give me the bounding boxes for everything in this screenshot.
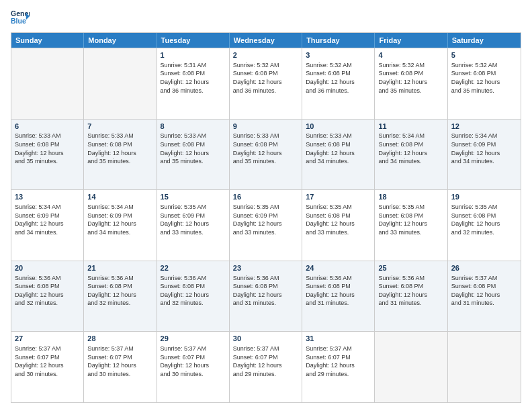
day-number: 13: [15, 192, 80, 202]
cell-info: Sunrise: 5:37 AM Sunset: 6:07 PM Dayligh…: [233, 345, 298, 378]
calendar-cell: 13Sunrise: 5:34 AM Sunset: 6:09 PM Dayli…: [11, 190, 84, 261]
cell-info: Sunrise: 5:37 AM Sunset: 6:07 PM Dayligh…: [15, 345, 80, 378]
cell-info: Sunrise: 5:33 AM Sunset: 6:08 PM Dayligh…: [233, 132, 298, 165]
calendar-cell: 21Sunrise: 5:36 AM Sunset: 6:08 PM Dayli…: [84, 261, 157, 332]
cell-info: Sunrise: 5:34 AM Sunset: 6:09 PM Dayligh…: [87, 203, 152, 236]
calendar-cell: 22Sunrise: 5:36 AM Sunset: 6:08 PM Dayli…: [157, 261, 230, 332]
cell-info: Sunrise: 5:37 AM Sunset: 6:07 PM Dayligh…: [306, 345, 371, 378]
day-number: 9: [233, 122, 298, 132]
calendar-cell: [84, 48, 157, 119]
calendar-cell: 31Sunrise: 5:37 AM Sunset: 6:07 PM Dayli…: [302, 332, 375, 402]
calendar-cell: 11Sunrise: 5:34 AM Sunset: 6:08 PM Dayli…: [375, 120, 447, 190]
cell-info: Sunrise: 5:36 AM Sunset: 6:08 PM Dayligh…: [233, 274, 298, 308]
day-number: 12: [451, 122, 517, 132]
svg-text:Blue: Blue: [11, 17, 26, 25]
calendar-cell: 9Sunrise: 5:33 AM Sunset: 6:08 PM Daylig…: [230, 120, 302, 190]
day-number: 11: [378, 122, 443, 132]
cell-info: Sunrise: 5:35 AM Sunset: 6:08 PM Dayligh…: [306, 203, 371, 236]
calendar-cell: 14Sunrise: 5:34 AM Sunset: 6:09 PM Dayli…: [84, 190, 157, 261]
cell-info: Sunrise: 5:32 AM Sunset: 6:08 PM Dayligh…: [233, 61, 298, 95]
day-number: 17: [306, 192, 371, 202]
calendar-cell: 30Sunrise: 5:37 AM Sunset: 6:07 PM Dayli…: [230, 332, 302, 402]
calendar-cell: 19Sunrise: 5:35 AM Sunset: 6:08 PM Dayli…: [448, 190, 521, 261]
calendar-cell: 12Sunrise: 5:34 AM Sunset: 6:09 PM Dayli…: [448, 120, 521, 190]
logo: General Blue: [11, 8, 30, 27]
calendar-cell: 26Sunrise: 5:37 AM Sunset: 6:08 PM Dayli…: [448, 261, 521, 332]
weekday-header: Wednesday: [230, 33, 302, 48]
calendar-cell: 27Sunrise: 5:37 AM Sunset: 6:07 PM Dayli…: [11, 332, 84, 402]
calendar-body: 1Sunrise: 5:31 AM Sunset: 6:08 PM Daylig…: [11, 48, 521, 402]
cell-info: Sunrise: 5:35 AM Sunset: 6:08 PM Dayligh…: [378, 203, 443, 236]
cell-info: Sunrise: 5:33 AM Sunset: 6:08 PM Dayligh…: [87, 132, 152, 165]
calendar-cell: [375, 332, 447, 402]
day-number: 3: [306, 50, 371, 60]
calendar-cell: 6Sunrise: 5:33 AM Sunset: 6:08 PM Daylig…: [11, 120, 84, 190]
day-number: 6: [15, 122, 80, 132]
cell-info: Sunrise: 5:35 AM Sunset: 6:08 PM Dayligh…: [451, 203, 517, 236]
day-number: 8: [161, 122, 226, 132]
day-number: 23: [233, 263, 298, 273]
cell-info: Sunrise: 5:37 AM Sunset: 6:08 PM Dayligh…: [451, 274, 517, 308]
calendar-row: 6Sunrise: 5:33 AM Sunset: 6:08 PM Daylig…: [11, 119, 521, 190]
day-number: 10: [306, 122, 371, 132]
day-number: 1: [161, 50, 226, 60]
day-number: 5: [451, 50, 517, 60]
cell-info: Sunrise: 5:33 AM Sunset: 6:08 PM Dayligh…: [306, 132, 371, 165]
day-number: 27: [15, 334, 80, 344]
day-number: 2: [233, 50, 298, 60]
calendar-cell: 18Sunrise: 5:35 AM Sunset: 6:08 PM Dayli…: [375, 190, 447, 261]
calendar-cell: 8Sunrise: 5:33 AM Sunset: 6:08 PM Daylig…: [157, 120, 230, 190]
calendar-row: 13Sunrise: 5:34 AM Sunset: 6:09 PM Dayli…: [11, 189, 521, 261]
cell-info: Sunrise: 5:34 AM Sunset: 6:09 PM Dayligh…: [15, 203, 80, 236]
calendar-cell: 5Sunrise: 5:32 AM Sunset: 6:08 PM Daylig…: [448, 48, 521, 119]
weekday-header: Friday: [375, 33, 447, 48]
cell-info: Sunrise: 5:32 AM Sunset: 6:08 PM Dayligh…: [451, 61, 517, 95]
cell-info: Sunrise: 5:34 AM Sunset: 6:08 PM Dayligh…: [378, 132, 443, 165]
calendar-cell: 24Sunrise: 5:36 AM Sunset: 6:08 PM Dayli…: [302, 261, 375, 332]
day-number: 19: [451, 192, 517, 202]
calendar-cell: [11, 48, 84, 119]
cell-info: Sunrise: 5:33 AM Sunset: 6:08 PM Dayligh…: [15, 132, 80, 165]
header: General Blue: [11, 8, 521, 27]
calendar-cell: 23Sunrise: 5:36 AM Sunset: 6:08 PM Dayli…: [230, 261, 302, 332]
day-number: 7: [87, 122, 152, 132]
day-number: 15: [161, 192, 226, 202]
weekday-header: Thursday: [302, 33, 375, 48]
cell-info: Sunrise: 5:32 AM Sunset: 6:08 PM Dayligh…: [306, 61, 371, 95]
calendar-cell: 16Sunrise: 5:35 AM Sunset: 6:09 PM Dayli…: [230, 190, 302, 261]
cell-info: Sunrise: 5:36 AM Sunset: 6:08 PM Dayligh…: [15, 274, 80, 308]
weekday-header: Saturday: [448, 33, 521, 48]
calendar-cell: 20Sunrise: 5:36 AM Sunset: 6:08 PM Dayli…: [11, 261, 84, 332]
calendar-cell: [448, 332, 521, 402]
calendar-cell: 28Sunrise: 5:37 AM Sunset: 6:07 PM Dayli…: [84, 332, 157, 402]
cell-info: Sunrise: 5:37 AM Sunset: 6:07 PM Dayligh…: [161, 345, 226, 378]
calendar-cell: 15Sunrise: 5:35 AM Sunset: 6:09 PM Dayli…: [157, 190, 230, 261]
calendar-row: 20Sunrise: 5:36 AM Sunset: 6:08 PM Dayli…: [11, 261, 521, 332]
cell-info: Sunrise: 5:35 AM Sunset: 6:09 PM Dayligh…: [233, 203, 298, 236]
cell-info: Sunrise: 5:36 AM Sunset: 6:08 PM Dayligh…: [306, 274, 371, 308]
calendar-cell: 2Sunrise: 5:32 AM Sunset: 6:08 PM Daylig…: [230, 48, 302, 119]
logo-icon: General Blue: [11, 8, 30, 27]
day-number: 29: [161, 334, 226, 344]
cell-info: Sunrise: 5:35 AM Sunset: 6:09 PM Dayligh…: [161, 203, 226, 236]
cell-info: Sunrise: 5:36 AM Sunset: 6:08 PM Dayligh…: [378, 274, 443, 308]
cell-info: Sunrise: 5:32 AM Sunset: 6:08 PM Dayligh…: [378, 61, 443, 95]
calendar-cell: 10Sunrise: 5:33 AM Sunset: 6:08 PM Dayli…: [302, 120, 375, 190]
cell-info: Sunrise: 5:33 AM Sunset: 6:08 PM Dayligh…: [161, 132, 226, 165]
cell-info: Sunrise: 5:36 AM Sunset: 6:08 PM Dayligh…: [161, 274, 226, 308]
day-number: 24: [306, 263, 371, 273]
calendar-cell: 29Sunrise: 5:37 AM Sunset: 6:07 PM Dayli…: [157, 332, 230, 402]
day-number: 28: [87, 334, 152, 344]
calendar-cell: 3Sunrise: 5:32 AM Sunset: 6:08 PM Daylig…: [302, 48, 375, 119]
day-number: 20: [15, 263, 80, 273]
day-number: 22: [161, 263, 226, 273]
page: General Blue SundayMondayTuesdayWednesda…: [0, 0, 532, 411]
weekday-header: Monday: [84, 33, 157, 48]
weekday-header: Tuesday: [157, 33, 230, 48]
calendar-cell: 17Sunrise: 5:35 AM Sunset: 6:08 PM Dayli…: [302, 190, 375, 261]
cell-info: Sunrise: 5:34 AM Sunset: 6:09 PM Dayligh…: [451, 132, 517, 165]
day-number: 25: [378, 263, 443, 273]
calendar-row: 27Sunrise: 5:37 AM Sunset: 6:07 PM Dayli…: [11, 331, 521, 402]
cell-info: Sunrise: 5:36 AM Sunset: 6:08 PM Dayligh…: [87, 274, 152, 308]
cell-info: Sunrise: 5:31 AM Sunset: 6:08 PM Dayligh…: [161, 61, 226, 95]
